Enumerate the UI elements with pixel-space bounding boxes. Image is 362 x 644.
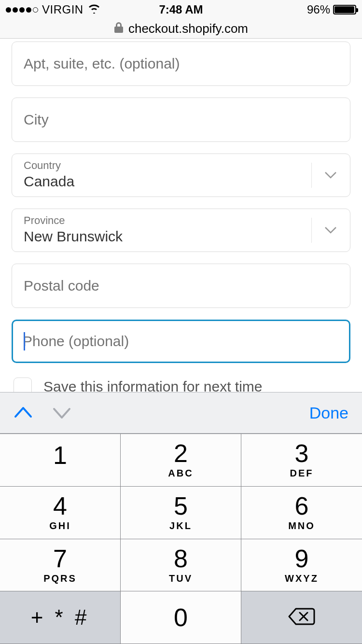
phone-field[interactable]: Phone (optional) [12, 320, 350, 363]
text-cursor [24, 332, 25, 350]
province-value: New Brunswick [24, 228, 338, 245]
status-right: 96% [307, 3, 356, 16]
key-4[interactable]: 4GHI [0, 487, 121, 539]
backspace-icon [287, 607, 316, 628]
city-input[interactable] [12, 98, 350, 141]
wifi-icon [87, 3, 101, 16]
chevron-down-icon [311, 209, 350, 252]
keyboard-accessory-bar: Done [0, 392, 362, 434]
prev-field-button[interactable] [14, 403, 33, 422]
apt-input[interactable] [12, 42, 350, 85]
key-7[interactable]: 7PQRS [0, 539, 121, 592]
chevron-down-icon [311, 154, 350, 196]
phone-placeholder: Phone (optional) [23, 333, 129, 350]
key-9[interactable]: 9WXYZ [241, 539, 362, 592]
clock: 7:48 AM [159, 3, 203, 16]
next-field-button[interactable] [52, 403, 71, 422]
key-1[interactable]: 1 [0, 434, 121, 487]
city-field[interactable] [12, 98, 350, 142]
country-value: Canada [24, 173, 338, 190]
apt-field[interactable] [12, 42, 350, 86]
key-0[interactable]: 0 [121, 591, 241, 644]
checkout-form: Country Canada Province New Brunswick Ph… [0, 42, 362, 396]
browser-url-bar[interactable]: checkout.shopify.com [0, 19, 362, 39]
key-8[interactable]: 8TUV [121, 539, 241, 592]
key-symbols[interactable]: + * # [0, 591, 121, 644]
signal-strength-icon [6, 7, 38, 13]
numeric-keypad: 1 2ABC 3DEF 4GHI 5JKL 6MNO 7PQRS 8TUV 9W… [0, 434, 362, 644]
key-3[interactable]: 3DEF [241, 434, 362, 487]
lock-icon [114, 22, 124, 36]
status-bar: VIRGIN 7:48 AM 96% [0, 0, 362, 19]
country-label: Country [24, 160, 338, 171]
country-select[interactable]: Country Canada [12, 154, 350, 197]
key-2[interactable]: 2ABC [121, 434, 241, 487]
carrier-label: VIRGIN [42, 3, 84, 16]
province-select[interactable]: Province New Brunswick [12, 209, 350, 252]
done-button[interactable]: Done [309, 404, 348, 422]
status-left: VIRGIN [6, 3, 101, 16]
key-6[interactable]: 6MNO [241, 487, 362, 539]
key-5[interactable]: 5JKL [121, 487, 241, 539]
province-label: Province [24, 215, 338, 226]
url-text: checkout.shopify.com [128, 21, 248, 36]
battery-percentage: 96% [307, 3, 330, 16]
postal-code-field[interactable] [12, 264, 350, 308]
battery-icon [333, 5, 356, 14]
postal-code-input[interactable] [12, 264, 350, 308]
key-backspace[interactable] [241, 591, 362, 644]
